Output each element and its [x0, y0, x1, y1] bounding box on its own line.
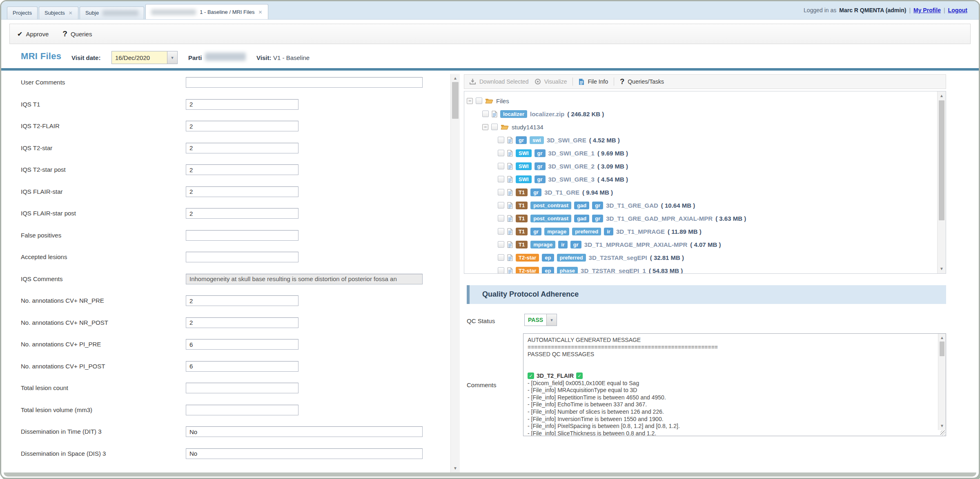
close-icon[interactable]: ✕	[69, 10, 73, 16]
file-checkbox[interactable]	[498, 254, 504, 261]
field-input-no-annotations-cv-pi-pre[interactable]: 6	[186, 339, 298, 350]
download-icon	[469, 78, 476, 85]
form-row: No. annotations CV+ NR_PRE2	[1, 295, 450, 308]
field-input-user-comments[interactable]	[186, 77, 423, 88]
comments-scrollbar[interactable]: ▲ ▼	[938, 334, 946, 430]
file-name[interactable]: 3D_SWI_GRE	[547, 137, 586, 144]
file-checkbox[interactable]	[498, 202, 504, 208]
file-checkbox[interactable]	[498, 189, 504, 195]
folder-name[interactable]: Files	[496, 98, 509, 104]
close-icon[interactable]: ✕	[258, 9, 263, 15]
resize-handle-icon[interactable]	[940, 430, 945, 435]
file-checkbox[interactable]	[476, 98, 482, 104]
file-checkbox[interactable]	[498, 267, 504, 274]
file-name[interactable]: 3D_T1_GRE_GAD	[606, 202, 658, 209]
field-input-iqs-t2-flair[interactable]: 2	[186, 121, 298, 131]
scroll-down-icon[interactable]: ▼	[938, 266, 946, 272]
tag-badge-localizer: localizer	[500, 110, 527, 118]
visit-label: Visit:	[256, 54, 271, 61]
scroll-up-icon[interactable]: ▲	[451, 75, 460, 81]
file-checkbox[interactable]	[498, 215, 504, 222]
field-input-iqs-flair-star-post[interactable]: 2	[186, 208, 298, 219]
scrollbar-thumb[interactable]	[452, 82, 459, 119]
chevron-down-icon[interactable]: ▾	[167, 51, 177, 64]
collapse-icon[interactable]: −	[467, 98, 473, 104]
file-checkbox[interactable]	[498, 241, 504, 248]
tag-badge-gr: gr	[530, 188, 541, 196]
folder-name[interactable]: study14134	[512, 124, 543, 131]
field-input-total-lesion-count[interactable]	[186, 383, 298, 393]
comments-line: ✓3D_T2_FLAIR✓	[528, 372, 583, 379]
file-checkbox[interactable]	[482, 111, 489, 117]
tab-projects[interactable]: Projects	[7, 7, 38, 19]
file-icon	[507, 267, 513, 274]
file-name[interactable]: 3D_SWI_GRE_2	[548, 163, 595, 170]
scroll-up-icon[interactable]: ▲	[938, 93, 946, 99]
file-name[interactable]: 3D_T1_MPRAGE	[616, 228, 665, 235]
file-name[interactable]: 3D_T1_MPRAGE_MPR_AXIAL-MPR	[584, 241, 688, 248]
file-icon	[507, 241, 513, 248]
scrollbar-thumb[interactable]	[939, 100, 944, 220]
logout-link[interactable]: Logout	[948, 7, 967, 13]
file-info-button[interactable]: File Info	[579, 78, 608, 85]
file-checkbox[interactable]	[498, 137, 504, 143]
form-row: Total lesion volume (mm3)	[1, 405, 450, 417]
file-checkbox[interactable]	[498, 163, 504, 169]
field-input-iqs-t2-star[interactable]: 2	[186, 143, 298, 153]
file-name[interactable]: 3D_T1_GRE	[544, 189, 579, 196]
queries-tasks-button[interactable]: ?Queries/Tasks	[620, 78, 664, 86]
file-checkbox[interactable]	[491, 124, 498, 130]
scroll-down-icon[interactable]: ▼	[451, 466, 460, 471]
tag-badge-gr: gr	[592, 215, 603, 222]
field-label: No. annotations CV+ NR_PRE	[21, 297, 104, 304]
file-name[interactable]: localizer.zip	[530, 111, 564, 118]
field-input-no-annotations-cv-pi-post[interactable]: 6	[186, 361, 298, 372]
visualize-icon	[535, 78, 541, 85]
tab-subjects[interactable]: Subjects✕	[39, 7, 78, 19]
field-input-no-annotations-cv-nr-post[interactable]: 2	[186, 317, 298, 328]
tab-subje[interactable]: Subje	[80, 7, 144, 19]
field-input-iqs-comments: Inhomogeneity at skull base resulting is…	[186, 274, 423, 284]
collapse-icon[interactable]: −	[482, 124, 488, 130]
qc-status-select[interactable]: PASS ▾	[524, 314, 557, 326]
file-checkbox[interactable]	[498, 228, 504, 235]
field-input-dissemination-in-time-dit-3[interactable]: No	[186, 426, 423, 437]
approve-button[interactable]: ✔ Approve	[17, 30, 49, 38]
tag-badge-gr: gr	[535, 162, 546, 170]
comments-text: - [File_info] InversionTime is between 1…	[528, 416, 664, 422]
file-name[interactable]: 3D_T1_GRE_GAD_MPR_AXIAL-MPR	[606, 215, 713, 222]
left-pane-scrollbar[interactable]: ▲ ▼	[450, 74, 460, 473]
check-icon: ✓	[528, 373, 534, 379]
file-name[interactable]: 3D_SWI_GRE_3	[548, 176, 595, 183]
form-row: IQS FLAIR-star post2	[1, 208, 450, 220]
file-name[interactable]: 3D_SWI_GRE_1	[548, 150, 595, 157]
field-input-false-positives[interactable]	[186, 230, 298, 241]
field-input-accepted-lesions[interactable]	[186, 252, 298, 262]
file-checkbox[interactable]	[498, 150, 504, 156]
file-name[interactable]: 3D_T2STAR_segEPI_1	[581, 267, 646, 274]
tab-1-baseline-mri-files[interactable]: 1 - Baseline / MRI Files✕	[145, 4, 268, 19]
my-profile-link[interactable]: My Profile	[913, 7, 941, 13]
chevron-down-icon[interactable]: ▾	[546, 314, 557, 326]
toolbar-button-label: Download Selected	[479, 78, 529, 85]
queries-button[interactable]: ? Queries	[62, 29, 92, 38]
scrollbar-thumb[interactable]	[940, 342, 944, 356]
tag-badge-gr: gr	[535, 175, 546, 183]
file-tree-scrollbar[interactable]: ▲ ▼	[937, 91, 946, 273]
file-name[interactable]: 3D_T2STAR_segEPI	[589, 254, 647, 261]
field-input-no-annotations-cv-nr-pre[interactable]: 2	[186, 295, 298, 306]
file-checkbox[interactable]	[498, 176, 504, 182]
comments-line: - [File_info] Number of slices is betwee…	[528, 408, 664, 415]
comments-line: - [File_info] PixelSpacing is between [0…	[528, 422, 680, 430]
scroll-up-icon[interactable]: ▲	[938, 335, 946, 341]
field-input-iqs-t1[interactable]: 2	[186, 99, 298, 110]
field-input-iqs-t2-star-post[interactable]: 2	[186, 164, 298, 175]
visit-date-select[interactable]: 16/Dec/2020 ▾	[111, 51, 178, 64]
field-input-iqs-flair-star[interactable]: 2	[186, 186, 298, 197]
scroll-down-icon[interactable]: ▼	[938, 423, 946, 429]
comments-text: PASSED QC MESSAGES	[528, 351, 594, 357]
field-input-total-lesion-volume-mm3-[interactable]	[186, 405, 298, 415]
comments-textarea[interactable]: AUTOMATICALLY GENERATED MESSAGE=========…	[523, 333, 946, 436]
field-input-dissemination-in-space-dis-3[interactable]: No	[186, 448, 423, 459]
field-label: User Comments	[21, 79, 65, 86]
